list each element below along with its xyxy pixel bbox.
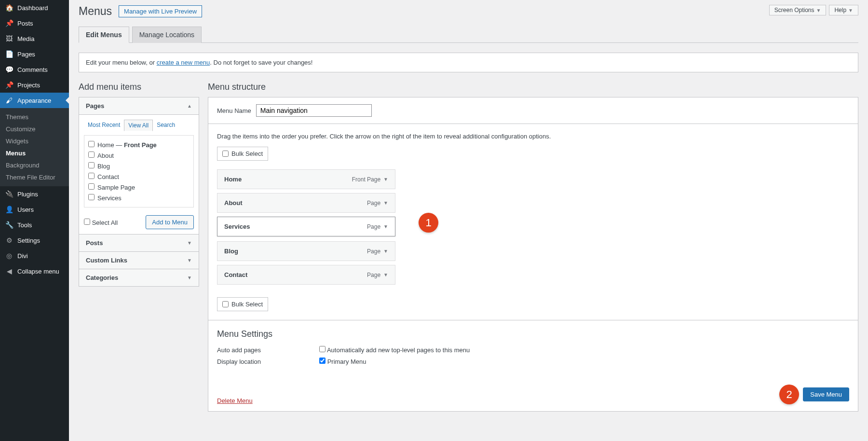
submenu-theme-file-editor[interactable]: Theme File Editor xyxy=(0,171,69,183)
submenu-background[interactable]: Background xyxy=(0,159,69,171)
add-to-menu-button[interactable]: Add to Menu xyxy=(146,215,194,229)
panel-label: Pages xyxy=(86,102,104,110)
create-new-menu-link[interactable]: create a new menu xyxy=(157,59,210,66)
sidebar-item-pages[interactable]: 📄Pages xyxy=(0,46,69,62)
select-all-checkbox[interactable] xyxy=(84,219,90,225)
page-item-services[interactable]: Services xyxy=(88,193,190,203)
page-item-sample-page[interactable]: Sample Page xyxy=(88,182,190,193)
chevron-down-icon[interactable]: ▼ xyxy=(383,272,388,277)
chevron-down-icon: ▼ xyxy=(816,8,821,13)
sidebar-item-tools[interactable]: 🔧Tools xyxy=(0,217,69,233)
submenu-customize[interactable]: Customize xyxy=(0,123,69,135)
panel-posts-header[interactable]: Posts▼ xyxy=(79,234,199,251)
notice-text-pre: Edit your menu below, or xyxy=(86,59,157,66)
sidebar-item-projects[interactable]: 📌Projects xyxy=(0,77,69,93)
sidebar-item-dashboard[interactable]: 🏠Dashboard xyxy=(0,0,69,15)
chevron-down-icon[interactable]: ▼ xyxy=(383,224,388,229)
panel-pages-header[interactable]: Pages▲ xyxy=(79,97,199,114)
sidebar-item-label: Tools xyxy=(17,221,32,229)
menu-item-services[interactable]: ServicesPage▼ xyxy=(217,217,395,236)
subtab-view-all[interactable]: View All xyxy=(124,120,153,131)
sidebar-item-label: Users xyxy=(17,206,34,213)
panel-categories-header[interactable]: Categories▼ xyxy=(79,269,199,286)
submenu-themes[interactable]: Themes xyxy=(0,111,69,123)
sidebar-item-comments[interactable]: 💬Comments xyxy=(0,62,69,77)
live-preview-button[interactable]: Manage with Live Preview xyxy=(119,5,202,17)
drag-instruction: Drag the items into the order you prefer… xyxy=(217,133,849,140)
menu-item-about[interactable]: AboutPage▼ xyxy=(217,193,395,213)
subtab-search[interactable]: Search xyxy=(153,120,179,131)
page-title: Menus xyxy=(79,5,112,18)
bulk-select-checkbox[interactable] xyxy=(222,151,229,157)
page-item-contact[interactable]: Contact xyxy=(88,171,190,182)
page-item-about[interactable]: About xyxy=(88,150,190,161)
page-checkbox[interactable] xyxy=(88,152,95,158)
menu-item-contact[interactable]: ContactPage▼ xyxy=(217,265,395,285)
sidebar-item-plugins[interactable]: 🔌Plugins xyxy=(0,186,69,202)
projects-icon: 📌 xyxy=(5,81,14,89)
submenu-menus[interactable]: Menus xyxy=(0,147,69,159)
tab-manage-locations[interactable]: Manage Locations xyxy=(132,27,202,43)
appearance-icon: 🖌 xyxy=(5,96,14,104)
page-checkbox[interactable] xyxy=(88,141,95,147)
delete-menu-link[interactable]: Delete Menu xyxy=(217,397,253,404)
screen-options-label: Screen Options xyxy=(774,7,814,14)
submenu-widgets[interactable]: Widgets xyxy=(0,135,69,147)
chevron-down-icon[interactable]: ▼ xyxy=(383,248,388,254)
primary-menu-option[interactable]: Primary Menu xyxy=(319,358,366,365)
sidebar-item-users[interactable]: 👤Users xyxy=(0,202,69,217)
settings-icon: ⚙ xyxy=(5,236,14,244)
sidebar-item-label: Divi xyxy=(17,252,28,260)
sidebar-item-collapse[interactable]: ◀Collapse menu xyxy=(0,263,69,279)
panel-pages-body: Most Recent View All Search Home — Front… xyxy=(79,114,199,234)
chevron-up-icon: ▲ xyxy=(187,103,192,109)
sidebar-item-label: Collapse menu xyxy=(17,268,59,275)
menu-item-home[interactable]: HomeFront Page▼ xyxy=(217,169,395,189)
sidebar-item-settings[interactable]: ⚙Settings xyxy=(0,233,69,248)
chevron-down-icon[interactable]: ▼ xyxy=(383,200,388,206)
sidebar-item-label: Settings xyxy=(17,237,40,244)
page-checkbox[interactable] xyxy=(88,173,95,179)
auto-add-text: Automatically add new top-level pages to… xyxy=(327,346,470,354)
panel-label: Custom Links xyxy=(86,257,127,264)
help-button[interactable]: Help▼ xyxy=(829,5,858,15)
sidebar-item-divi[interactable]: ◎Divi xyxy=(0,248,69,263)
sidebar-item-label: Media xyxy=(17,35,34,42)
sidebar-item-media[interactable]: 🖼Media xyxy=(0,31,69,46)
bulk-select-top[interactable]: Bulk Select xyxy=(217,147,268,161)
page-checkbox[interactable] xyxy=(88,183,95,190)
menu-item-type: Page▼ xyxy=(367,223,388,230)
screen-options-button[interactable]: Screen Options▼ xyxy=(769,5,827,15)
menu-item-blog[interactable]: BlogPage▼ xyxy=(217,241,395,261)
plugins-icon: 🔌 xyxy=(5,190,14,198)
bulk-select-bottom[interactable]: Bulk Select xyxy=(217,297,268,311)
menu-item-type: Page▼ xyxy=(367,248,388,255)
tab-edit-menus[interactable]: Edit Menus xyxy=(79,27,129,43)
chevron-down-icon: ▼ xyxy=(848,8,853,13)
auto-add-checkbox[interactable] xyxy=(319,346,326,352)
primary-menu-text: Primary Menu xyxy=(327,358,366,365)
page-checkbox[interactable] xyxy=(88,162,95,168)
page-item-blog[interactable]: Blog xyxy=(88,161,190,171)
page-item-home[interactable]: Home — Front Page xyxy=(88,139,190,150)
page-label: Home — xyxy=(97,141,124,149)
chevron-down-icon[interactable]: ▼ xyxy=(383,177,388,182)
page-checkbox[interactable] xyxy=(88,194,95,200)
select-all[interactable]: Select All xyxy=(84,219,118,226)
sidebar-item-posts[interactable]: 📌Posts xyxy=(0,15,69,31)
primary-menu-checkbox[interactable] xyxy=(319,358,326,364)
help-label: Help xyxy=(834,7,846,14)
auto-add-option[interactable]: Automatically add new top-level pages to… xyxy=(319,346,470,354)
subtab-most-recent[interactable]: Most Recent xyxy=(84,120,124,131)
page-label: Contact xyxy=(97,173,119,180)
menu-name-input[interactable] xyxy=(256,104,372,117)
page-suffix: Front Page xyxy=(124,141,157,149)
select-all-label: Select All xyxy=(92,219,118,226)
media-icon: 🖼 xyxy=(5,35,14,42)
panel-custom-links-header[interactable]: Custom Links▼ xyxy=(79,251,199,269)
collapse-icon: ◀ xyxy=(5,267,14,275)
menu-item-title: Services xyxy=(224,223,250,230)
sidebar-item-appearance[interactable]: 🖌Appearance xyxy=(0,93,69,108)
bulk-select-checkbox[interactable] xyxy=(222,301,229,307)
save-menu-button[interactable]: Save Menu xyxy=(803,387,849,401)
